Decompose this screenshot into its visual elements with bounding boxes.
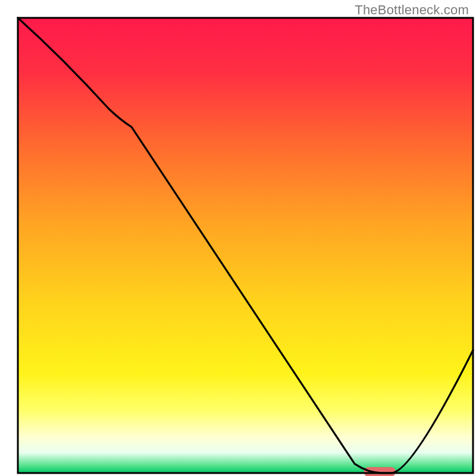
plot-area [18,18,473,473]
chart-stage: TheBottleneck.com [0,0,476,476]
bottleneck-chart [0,0,476,476]
